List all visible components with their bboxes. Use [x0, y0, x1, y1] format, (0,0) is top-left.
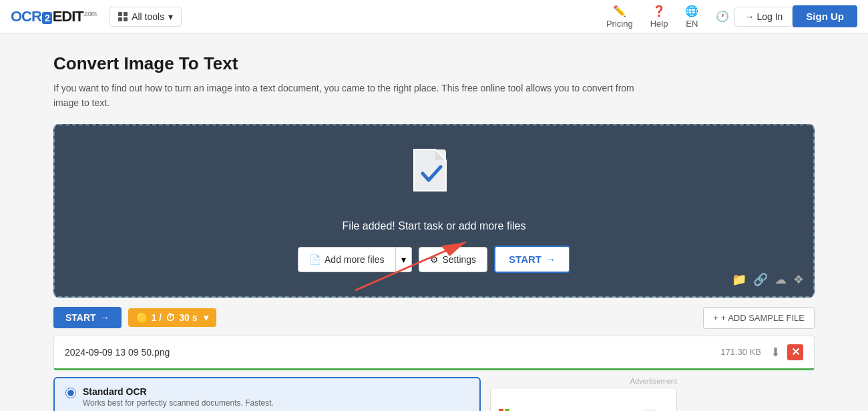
pricing-label: Pricing	[606, 19, 633, 29]
badge-dropdown-icon[interactable]: ▾	[204, 312, 208, 323]
ocr-option-title: Standard OCR	[83, 386, 274, 397]
file-size: 171.30 KB	[720, 347, 761, 357]
ad-section: Advertisement Microsoft Azure ⓘ	[490, 377, 677, 411]
start-button-secondary[interactable]: START →	[53, 307, 122, 328]
chevron-down-icon: ▾	[401, 254, 406, 265]
ocr-radio-standard[interactable]	[65, 388, 76, 398]
logo-2: 2	[42, 12, 52, 24]
ad-box: Microsoft Azure ⓘ ✕	[490, 388, 677, 411]
file-count-label: 1 /	[152, 312, 162, 323]
add-sample-label: + ADD SAMPLE FILE	[721, 313, 805, 323]
cloud-upload-icon[interactable]: ☁	[775, 272, 787, 287]
signup-label: Sign Up	[806, 11, 844, 22]
add-files-group: 📄 Add more files ▾	[298, 247, 411, 272]
file-list-header: START → 🟡 1 / ⏱ 30 s ▾ + + ADD SAMPLE FI…	[53, 307, 815, 329]
login-button[interactable]: → Log In	[734, 7, 793, 27]
table-row: 2024-09-09 13 09 50.png 171.30 KB ⬇ ✕	[53, 336, 815, 370]
file-time-label: 30 s	[179, 312, 197, 323]
login-icon: →	[744, 11, 754, 22]
file-list-section: START → 🟡 1 / ⏱ 30 s ▾ + + ADD SAMPLE FI…	[53, 307, 815, 370]
main-content: Convert Image To Text If you want to fin…	[0, 33, 868, 411]
header: OCR2EDIT.com All tools ▾ ✏️ Pricing ❓ He…	[0, 0, 868, 33]
drop-zone-actions: 📁 🔗 ☁ ❖	[732, 272, 804, 287]
all-tools-button[interactable]: All tools ▾	[110, 7, 182, 27]
drop-zone[interactable]: File added! Start task or add more files…	[53, 124, 815, 298]
ad-close-button[interactable]: ✕	[660, 408, 668, 411]
logo-edit: EDIT	[53, 8, 83, 25]
download-icon[interactable]: ⬇	[771, 345, 781, 360]
dropbox-icon[interactable]: ❖	[793, 272, 804, 287]
arrow-icon: →	[546, 254, 556, 265]
add-file-icon: 📄	[309, 254, 320, 265]
header-nav: ✏️ Pricing ❓ Help 🌐 EN 🕐	[601, 2, 735, 31]
nav-lang[interactable]: 🌐 EN	[680, 2, 704, 31]
globe-icon: 🌐	[685, 5, 698, 17]
help-icon: ❓	[652, 5, 666, 17]
nav-pricing[interactable]: ✏️ Pricing	[601, 2, 638, 31]
ocr-option-text: Standard OCR Works best for perfectly sc…	[83, 386, 274, 408]
settings-label: Settings	[443, 254, 477, 265]
page-title: Convert Image To Text	[53, 53, 815, 74]
file-count-badge: 🟡 1 / ⏱ 30 s ▾	[128, 308, 217, 327]
ad-label: Advertisement	[490, 377, 677, 385]
clock-icon: 🕐	[716, 10, 729, 23]
login-label: Log In	[756, 11, 783, 22]
file-remove-button[interactable]: ✕	[787, 344, 803, 360]
nav-help[interactable]: ❓ Help	[645, 2, 674, 31]
start-secondary-label: START	[65, 312, 96, 323]
file-status-text: File added! Start task or add more files	[343, 220, 526, 232]
start-secondary-arrow: →	[100, 312, 110, 323]
drop-zone-buttons: 📄 Add more files ▾ ⚙ Settings START →	[298, 246, 570, 273]
grid-icon	[118, 12, 128, 21]
coin-icon: 🟡	[136, 312, 148, 323]
ocr-option-standard[interactable]: Standard OCR Works best for perfectly sc…	[53, 377, 481, 411]
start-label: START	[509, 254, 541, 265]
plus-icon: +	[713, 313, 718, 323]
settings-button[interactable]: ⚙ Settings	[419, 247, 488, 272]
folder-icon[interactable]: 📁	[732, 272, 746, 287]
ocr-options: Standard OCR Works best for perfectly sc…	[53, 377, 481, 411]
help-label: Help	[650, 19, 668, 29]
add-files-label: Add more files	[324, 254, 384, 265]
page-description: If you want to find out how to turn an i…	[53, 81, 654, 111]
chevron-down-icon: ▾	[168, 11, 173, 22]
pencil-icon: ✏️	[613, 5, 626, 17]
link-icon[interactable]: 🔗	[753, 272, 768, 287]
start-button-main[interactable]: START →	[494, 246, 570, 273]
lang-label: EN	[686, 19, 698, 29]
clock-icon: ⏱	[166, 312, 175, 323]
logo-ocr: OCR	[11, 8, 41, 25]
add-more-files-button[interactable]: 📄 Add more files	[298, 247, 395, 272]
file-name: 2024-09-09 13 09 50.png	[65, 347, 720, 358]
signup-button[interactable]: Sign Up	[793, 5, 857, 27]
add-sample-file-button[interactable]: + + ADD SAMPLE FILE	[703, 307, 815, 329]
bottom-section: Standard OCR Works best for perfectly sc…	[53, 377, 815, 411]
logo-com: .com	[83, 9, 96, 17]
all-tools-label: All tools	[132, 11, 164, 22]
ocr-option-description: Works best for perfectly scanned documen…	[83, 398, 274, 408]
file-added-icon	[411, 148, 457, 212]
nav-recent[interactable]: 🕐	[710, 7, 734, 25]
add-files-dropdown-button[interactable]: ▾	[396, 247, 412, 272]
gear-icon: ⚙	[430, 254, 439, 265]
logo[interactable]: OCR2EDIT.com	[11, 8, 96, 25]
